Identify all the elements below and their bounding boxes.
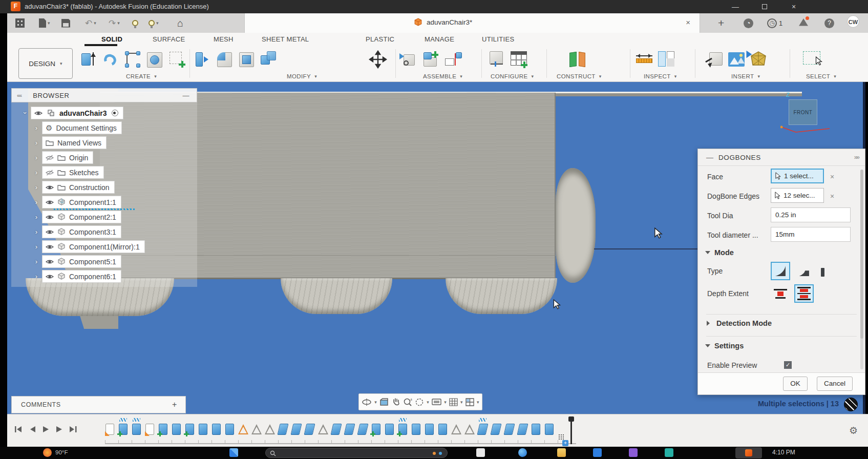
step-back-button[interactable] (29, 426, 36, 433)
visibility-eye-icon[interactable] (34, 110, 43, 116)
tab-solid[interactable]: SOLID (101, 35, 122, 43)
dialog-minimize-button[interactable]: — (706, 153, 713, 161)
taskbar-app-icon[interactable] (593, 448, 602, 457)
expand-chevron[interactable]: › (31, 124, 42, 132)
cancel-button[interactable]: Cancel (817, 377, 853, 391)
inspect-group-dropdown[interactable]: INSPECT▾ (644, 73, 677, 79)
taskbar-app-icon[interactable] (665, 448, 673, 457)
tab-plastic[interactable]: PLASTIC (366, 35, 394, 43)
timeline-feature-extrude[interactable] (185, 423, 195, 436)
timeline-feature-body[interactable] (411, 423, 421, 436)
visibility-eye-icon[interactable] (46, 199, 54, 205)
enable-preview-checkbox[interactable]: ✓ (784, 361, 792, 369)
learning-button[interactable]: ▾ (149, 17, 159, 29)
tab-surface[interactable]: SURFACE (153, 35, 185, 43)
timeline-feature-sketch[interactable] (145, 423, 155, 436)
timeline-feature-tri[interactable] (265, 423, 275, 436)
edges-selection-button[interactable]: 12 selec... (771, 188, 824, 203)
timeline-feature-tri[interactable] (464, 423, 475, 436)
zoom-button[interactable]: ± (403, 398, 412, 407)
timeline-feature-body[interactable] (172, 423, 182, 436)
timeline-feature-extrude[interactable] (158, 423, 168, 436)
timeline-feature-cham[interactable] (278, 423, 288, 436)
timeline-feature-extrude[interactable] (398, 423, 408, 436)
help-button[interactable]: ? (824, 17, 834, 29)
step-forward-button[interactable] (56, 426, 62, 433)
depth-extent-option-2[interactable] (794, 284, 814, 303)
visibility-eye-icon[interactable] (46, 259, 54, 265)
modify-group-dropdown[interactable]: MODIFY▾ (287, 73, 317, 79)
section-analysis-button[interactable] (657, 50, 675, 70)
tool-diameter-input[interactable] (771, 227, 851, 242)
timeline-feature-body[interactable] (425, 423, 435, 436)
notifications-button[interactable] (799, 17, 808, 29)
timeline-feature-extrude[interactable] (118, 423, 129, 436)
select-group-dropdown[interactable]: SELECT▾ (806, 73, 836, 79)
add-comment-button[interactable]: + (172, 400, 177, 409)
taskbar-browser-icon[interactable] (518, 448, 527, 457)
timeline-settings-gear[interactable]: ⚙ (849, 425, 858, 436)
detection-mode-section-header[interactable]: Detection Mode (705, 319, 772, 327)
viewcube[interactable]: FRONT (789, 99, 817, 125)
construct-group-dropdown[interactable]: CONSTRUCT▾ (557, 73, 602, 79)
form-tool-button[interactable] (146, 50, 164, 70)
timeline-feature-cham[interactable] (518, 423, 528, 436)
expand-chevron[interactable]: › (31, 273, 42, 280)
visibility-off-icon[interactable] (46, 155, 54, 161)
timeline-feature-cham[interactable] (478, 423, 488, 436)
timeline-feature-body[interactable] (211, 423, 222, 436)
expand-chevron[interactable]: › (22, 108, 29, 119)
timeline-position-marker[interactable] (570, 419, 572, 444)
browser-row-component1[interactable]: › ⚓Component1:1 (31, 196, 121, 208)
undo-button[interactable]: ↶▾ (85, 17, 96, 29)
face-selection-button[interactable]: 1 select... (771, 169, 824, 183)
browser-row-component1-mirror[interactable]: › Component1(Mirror):1 (31, 240, 145, 253)
taskbar-active-fusion-app[interactable] (735, 447, 762, 458)
create-sketch-tool-button[interactable] (168, 50, 186, 70)
timeline-feature-cham[interactable] (345, 423, 355, 436)
expand-chevron[interactable]: › (31, 213, 42, 221)
browser-row-named-views[interactable]: › Named Views (31, 136, 107, 149)
timeline-feature-body[interactable] (225, 423, 235, 436)
construct-plane-button[interactable] (568, 50, 587, 70)
expand-chevron[interactable]: › (31, 198, 42, 206)
timeline-feature-cham[interactable] (331, 423, 342, 436)
settings-section-header[interactable]: Settings (705, 342, 744, 350)
timeline-feature-body[interactable] (438, 423, 448, 436)
timeline-feature-body[interactable] (544, 423, 555, 436)
timeline-feature-extrude[interactable] (371, 423, 382, 436)
visibility-eye-icon[interactable] (46, 214, 54, 220)
visibility-eye-icon[interactable] (46, 274, 54, 280)
orbit-button[interactable]: ▾ (362, 398, 377, 407)
browser-row-component2[interactable]: › Component2:1 (31, 211, 121, 223)
tab-manage[interactable]: MANAGE (425, 35, 454, 43)
home-view-button[interactable]: ⌂ (177, 17, 183, 29)
browser-row-component3[interactable]: › Component3:1 (31, 225, 121, 238)
tool-dia-input[interactable] (771, 207, 851, 222)
browser-minimize-button[interactable]: — (182, 92, 189, 99)
expand-chevron[interactable]: › (31, 139, 42, 147)
face-clear-button[interactable]: × (830, 173, 834, 181)
insert-canvas-button[interactable] (727, 50, 746, 70)
weather-icon[interactable] (43, 448, 52, 457)
configure-group-dropdown[interactable]: CONFIGURE▾ (491, 73, 534, 79)
edges-clear-button[interactable]: × (830, 192, 834, 200)
select-tool-button[interactable] (802, 50, 829, 70)
revolve-tool-button[interactable] (102, 50, 120, 70)
insert-mesh-button[interactable] (749, 50, 768, 70)
display-settings-button[interactable]: ▾ (432, 398, 447, 406)
timeline-track[interactable] (105, 443, 576, 444)
dialog-scrollbar[interactable] (860, 170, 863, 369)
depth-extent-option-1[interactable] (771, 284, 790, 303)
timeline-feature-body[interactable] (385, 423, 395, 436)
shell-tool-button[interactable] (238, 50, 256, 70)
timeline-feature-cham[interactable] (504, 423, 515, 436)
fillet-tool-button[interactable] (216, 50, 234, 70)
document-tab[interactable]: aduvanChair3* × (244, 13, 700, 33)
extrude-tool-button[interactable] (80, 50, 98, 70)
file-menu-button[interactable]: ▾ (39, 17, 50, 29)
tips-button[interactable] (132, 17, 138, 29)
timeline-feature-tri[interactable] (251, 423, 262, 436)
tab-utilities[interactable]: UTILITIES (482, 35, 514, 43)
timeline-feature-cham[interactable] (305, 423, 315, 436)
